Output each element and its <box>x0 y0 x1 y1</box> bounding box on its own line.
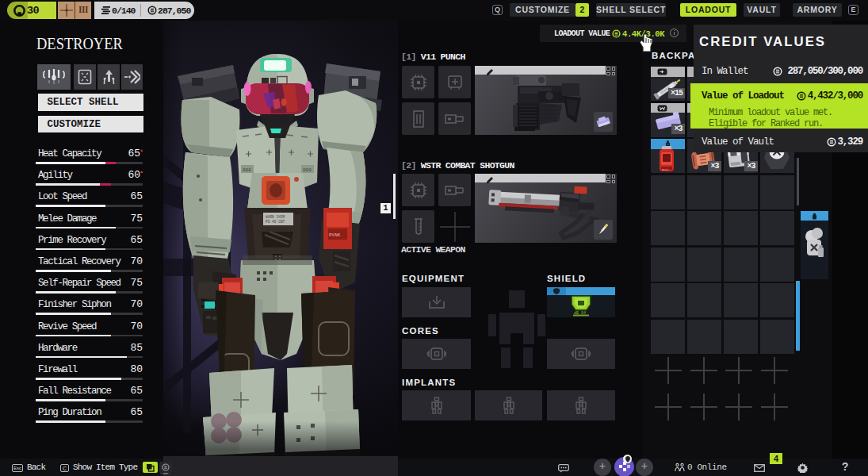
svg-text:WARN 345M: WARN 345M <box>266 215 285 219</box>
svg-text:RVIV: RVIV <box>662 168 669 171</box>
svg-text:PS 40 CBT: PS 40 CBT <box>266 220 285 224</box>
svg-text:000: 000 <box>303 167 312 173</box>
svg-text:000: 000 <box>243 167 251 173</box>
svg-text:PVNK: PVNK <box>329 232 341 238</box>
